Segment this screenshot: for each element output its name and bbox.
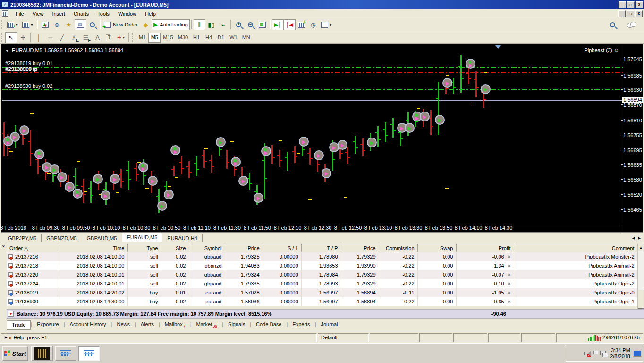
menu-item-view[interactable]: View — [28, 10, 48, 17]
flag-icon[interactable] — [592, 350, 598, 357]
terminal-tab-trade[interactable]: Trade — [7, 320, 31, 330]
column-header-price[interactable]: Price — [341, 244, 379, 252]
order-row[interactable]: 291372162018.02.08 14:10:00sell0.02gbpau… — [7, 252, 637, 261]
strategy-tester-button[interactable]: ◔ — [86, 19, 98, 30]
minimize-button[interactable]: _ — [619, 1, 626, 8]
cursor-tool-button[interactable]: ↖ — [5, 32, 17, 43]
column-header-sl[interactable]: S / L — [263, 244, 301, 252]
bar-chart-button[interactable]: ⫴ — [194, 19, 205, 30]
menu-item-charts[interactable]: Charts — [69, 10, 93, 17]
column-header-size[interactable]: Size — [161, 244, 189, 252]
terminal-close-icon[interactable]: × — [1, 244, 6, 249]
text-label-button[interactable]: T — [103, 32, 115, 43]
timeframe-button-m15[interactable]: M15 — [161, 33, 175, 43]
taskbar-app-button[interactable] — [31, 346, 53, 361]
menu-item-insert[interactable]: Insert — [48, 10, 69, 17]
chart-shift-marker[interactable] — [495, 45, 501, 52]
close-button[interactable]: X — [636, 1, 643, 8]
close-order-icon[interactable]: × — [508, 299, 511, 304]
chart-tab-euraud-m5[interactable]: EURAUD,M5 — [122, 233, 163, 242]
column-header-price[interactable]: Price — [225, 244, 263, 252]
monitor-icon[interactable] — [633, 350, 641, 357]
timeframe-button-d1[interactable]: D1 — [215, 33, 227, 43]
terminal-tab-exposure[interactable]: Exposure — [32, 320, 63, 329]
column-header-tp[interactable]: T / P — [301, 244, 341, 252]
fibonacci-button[interactable]: ☰F — [80, 32, 92, 43]
price-scale[interactable]: 1.570451.569851.569301.568701.568101.567… — [622, 45, 643, 231]
close-order-icon[interactable]: × — [508, 263, 511, 268]
close-order-icon[interactable]: × — [508, 290, 511, 295]
text-tool-button[interactable]: A — [92, 32, 103, 43]
timeframe-button-mn[interactable]: MN — [240, 33, 253, 43]
close-order-icon[interactable]: × — [508, 281, 511, 286]
zoom-out-button[interactable]: − — [245, 19, 256, 30]
scroll-up-arrow[interactable]: ▲ — [638, 244, 644, 251]
chart-tab-gbpjpy-m5[interactable]: GBPJPY,M5 — [3, 234, 42, 242]
child-minimize-button[interactable]: _ — [618, 10, 626, 17]
data-window-button[interactable]: ⊕ — [51, 19, 63, 30]
vertical-line-button[interactable]: │ — [33, 32, 44, 43]
order-row[interactable]: 291380192018.02.08 14:20:02buy0.01euraud… — [7, 288, 637, 297]
candlestick-chart-button[interactable]: ▮▯ — [205, 19, 217, 30]
one-click-trading-arrow[interactable]: ▼ — [5, 49, 9, 53]
column-header-symbol[interactable]: Symbol — [189, 244, 225, 252]
chart-plot-area[interactable]: ▼EURAUD,M5 1.56925 1.56962 1.56863 1.568… — [2, 45, 623, 220]
terminal-tab-signals[interactable]: Signals — [223, 320, 250, 329]
orders-table-header[interactable]: Order △TimeTypeSizeSymbolPriceS / LT / P… — [7, 244, 637, 252]
indicators-button[interactable]: + — [296, 19, 307, 30]
order-row[interactable]: 291372182018.02.08 14:10:00sell0.02gbpnz… — [7, 261, 637, 270]
navigator-button[interactable]: ★ — [63, 19, 75, 30]
line-chart-button[interactable]: ⌁ — [217, 19, 229, 30]
close-order-icon[interactable]: × — [508, 254, 511, 259]
start-button[interactable]: Start — [2, 346, 28, 361]
order-row[interactable]: 291372242018.02.08 14:10:01sell0.02gbpau… — [7, 279, 637, 288]
order-row[interactable]: 291372202018.02.08 14:10:01sell0.02gbpau… — [7, 270, 637, 279]
toolbar-grip[interactable] — [132, 33, 135, 42]
crosshair-tool-button[interactable]: ✛ — [17, 32, 29, 43]
chart-tab-gbpaud-m5[interactable]: GBPAUD,M5 — [82, 234, 122, 242]
metaeditor-button[interactable]: ◆ — [140, 19, 152, 30]
timeframe-button-m30[interactable]: M30 — [176, 33, 190, 43]
comments-icon[interactable] — [625, 19, 637, 30]
taskbar-mt4-button-active[interactable] — [78, 346, 100, 361]
taskbar-mt4-button[interactable] — [55, 346, 76, 361]
periods-button[interactable]: ◷ — [307, 19, 319, 30]
new-order-button[interactable]: +New Order — [102, 19, 140, 30]
terminal-tab-alerts[interactable]: Alerts — [136, 320, 159, 329]
terminal-button[interactable]: ▤ — [75, 19, 86, 30]
timeframe-button-w1[interactable]: W1 — [227, 33, 240, 43]
terminal-tab-news[interactable]: News — [112, 320, 135, 329]
menu-item-file[interactable]: File — [11, 10, 28, 17]
column-header-type[interactable]: Type — [127, 244, 161, 252]
network-icon[interactable] — [600, 350, 608, 357]
terminal-tab-experts[interactable]: Experts — [288, 320, 314, 329]
auto-scroll-button[interactable]: ▶│ — [272, 19, 284, 30]
column-header-swap[interactable]: Swap — [417, 244, 456, 252]
terminal-tab-mailbox[interactable]: Mailbox7 — [160, 320, 190, 329]
arrows-tool-button[interactable]: ✚▼ — [115, 32, 127, 43]
profiles-button[interactable]: →▼ — [20, 19, 35, 30]
toolbar-grip[interactable] — [1, 20, 4, 29]
horizontal-line-button[interactable]: ─ — [44, 32, 56, 43]
zoom-in-button[interactable]: + — [233, 19, 245, 30]
speaker-muted-icon[interactable] — [583, 350, 590, 357]
chart-tab-euraud-h4[interactable]: EURAUD,H4 — [162, 234, 203, 242]
tile-windows-button[interactable]: ▦ — [256, 19, 268, 30]
templates-button[interactable]: ▼ — [319, 19, 334, 30]
menu-item-help[interactable]: Help — [141, 10, 160, 17]
profile-cell[interactable]: Default — [318, 333, 369, 342]
search-icon[interactable] — [607, 19, 619, 30]
menu-item-window[interactable]: Window — [114, 10, 141, 17]
column-header-profit[interactable]: Profit — [456, 244, 514, 252]
column-header-commission[interactable]: Commission — [379, 244, 417, 252]
timeframe-button-h1[interactable]: H1 — [190, 33, 203, 43]
toolbar-grip[interactable] — [1, 33, 4, 42]
column-header-comment[interactable]: Comment — [514, 244, 637, 252]
timeframe-button-m5[interactable]: M5 — [148, 33, 161, 43]
terminal-tab-journal[interactable]: Journal — [316, 320, 342, 329]
column-header-order[interactable]: Order △ — [7, 244, 59, 252]
restore-button[interactable]: ❐ — [627, 1, 635, 8]
order-row[interactable]: 291389302018.02.08 14:30:00buy0.02euraud… — [7, 297, 637, 306]
close-order-icon[interactable]: × — [508, 272, 511, 277]
terminal-tab-account-history[interactable]: Account History — [65, 320, 111, 329]
